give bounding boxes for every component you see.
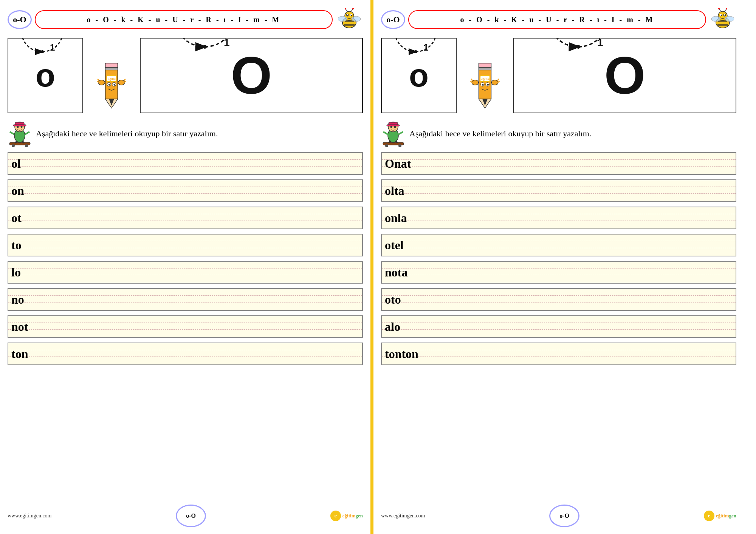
line-text-3-left: ot: [11, 211, 22, 225]
svg-rect-20: [105, 68, 118, 70]
svg-text:eğitim: eğitim: [481, 77, 490, 81]
line-text-7-left: not: [11, 320, 28, 334]
line-1-right[interactable]: Onat: [381, 152, 736, 175]
footer-circle-right: o-O: [549, 505, 579, 527]
egitime-logo-left: e eğitimgen: [330, 511, 363, 521]
footer-site-right: www.egitimgen.com: [381, 513, 425, 519]
svg-point-67: [414, 50, 417, 53]
line-text-1-left: ol: [11, 157, 21, 171]
svg-line-29: [98, 79, 99, 81]
svg-line-47: [10, 132, 14, 134]
svg-rect-19: [105, 63, 118, 68]
svg-line-11: [351, 9, 353, 12]
svg-point-77: [472, 80, 478, 85]
line-8-left[interactable]: ton: [8, 343, 363, 365]
line-text-8-left: ton: [11, 347, 28, 361]
line-4-right[interactable]: otel: [381, 234, 736, 256]
svg-line-31: [124, 79, 125, 81]
right-letter-strip: o - O - k - K - u - U - r - R - ı - I - …: [408, 10, 706, 29]
right-footer: www.egitimgen.com o-O e eğitimgen: [381, 502, 736, 527]
line-2-left[interactable]: on: [8, 179, 363, 202]
bee-character-left: [336, 7, 363, 32]
line-7-right[interactable]: alo: [381, 315, 736, 338]
footer-site-left: www.egitimgen.com: [8, 513, 52, 519]
big-o-box-right: 1 O: [513, 38, 736, 113]
skater-character-left: [8, 119, 32, 148]
svg-point-45: [17, 126, 19, 128]
footer-circle-left: o-O: [176, 505, 206, 527]
svg-line-98: [398, 132, 403, 134]
svg-point-63: [711, 16, 720, 22]
svg-line-48: [25, 132, 29, 134]
svg-line-80: [470, 82, 472, 82]
svg-point-58: [725, 15, 726, 16]
line-1-left[interactable]: ol: [8, 152, 363, 175]
svg-line-61: [724, 9, 727, 12]
svg-rect-44: [13, 125, 26, 126]
svg-point-76: [487, 84, 489, 86]
skater-character-right: [381, 119, 406, 148]
svg-point-96: [394, 126, 396, 128]
svg-point-46: [21, 126, 23, 128]
svg-line-59: [719, 9, 721, 12]
instruction-text-left: Aşağıdaki hece ve kelimeleri okuyup bir …: [36, 129, 218, 139]
svg-point-8: [351, 15, 352, 16]
svg-point-62: [726, 8, 727, 9]
line-6-left[interactable]: no: [8, 288, 363, 311]
line-3-left[interactable]: ot: [8, 207, 363, 229]
left-letter-strip: o - O - k - K - u - U - r - R - ı - I - …: [35, 10, 333, 29]
egitime-logo-right: e eğitimgen: [704, 511, 736, 521]
bee-character-right: [709, 7, 736, 32]
writing-lines-left: ol on ot to lo no not ton: [8, 152, 363, 502]
svg-point-57: [721, 15, 722, 16]
line-6-right[interactable]: oto: [381, 288, 736, 311]
instruction-text-right: Aşağıdaki hece ve kelimeleri okuyup bir …: [409, 129, 591, 139]
left-page: o-O o - O - k - K - u - U - r - R - ı - …: [0, 0, 370, 534]
line-2-right[interactable]: olta: [381, 179, 736, 202]
pencil-mascot-right: eğitim: [460, 38, 510, 113]
svg-rect-69: [479, 63, 491, 68]
small-o-box-left: 1 o: [8, 38, 83, 113]
svg-rect-94: [387, 125, 400, 126]
svg-text:eğitim: eğitim: [108, 77, 116, 81]
svg-point-14: [352, 16, 361, 22]
svg-line-97: [383, 132, 388, 134]
svg-line-32: [124, 82, 126, 82]
line-text-3-right: onla: [385, 211, 407, 225]
line-text-4-right: otel: [385, 238, 404, 252]
line-4-left[interactable]: to: [8, 234, 363, 256]
egitime-icon-left: e: [330, 511, 341, 521]
right-header: o-O o - O - k - K - u - U - r - R - ı - …: [381, 7, 736, 32]
line-text-2-left: on: [11, 184, 24, 198]
pencil-mascot-left: eğitim: [87, 38, 136, 113]
line-text-7-right: alo: [385, 320, 400, 334]
svg-line-82: [498, 82, 500, 82]
line-text-5-right: nota: [385, 265, 407, 279]
left-letter-boxes: 1 o: [8, 38, 363, 113]
line-5-left[interactable]: lo: [8, 261, 363, 284]
svg-rect-68: [479, 66, 491, 99]
line-5-right[interactable]: nota: [381, 261, 736, 284]
svg-point-78: [491, 80, 498, 85]
right-letter-boxes: 1 o: [381, 38, 736, 113]
svg-point-13: [338, 16, 347, 22]
svg-point-10: [345, 8, 346, 9]
svg-point-28: [118, 80, 124, 85]
left-circle-oo: o-O: [8, 10, 32, 29]
svg-line-30: [97, 82, 99, 82]
line-8-right[interactable]: tonton: [381, 343, 736, 365]
right-instruction-row: Aşağıdaki hece ve kelimeleri okuyup bir …: [381, 119, 736, 148]
writing-lines-right: Onat olta onla otel nota oto alo tonton: [381, 152, 736, 502]
svg-text:1: 1: [224, 39, 230, 48]
line-7-left[interactable]: not: [8, 315, 363, 338]
svg-text:1: 1: [50, 42, 55, 52]
svg-point-12: [352, 8, 354, 9]
page-divider: [370, 0, 373, 534]
svg-rect-53: [717, 24, 728, 26]
left-header: o-O o - O - k - K - u - U - r - R - ı - …: [8, 7, 363, 32]
svg-point-60: [718, 8, 720, 9]
svg-point-95: [390, 126, 392, 128]
svg-text:1: 1: [423, 42, 428, 52]
line-3-right[interactable]: onla: [381, 207, 736, 229]
svg-point-64: [725, 16, 734, 22]
